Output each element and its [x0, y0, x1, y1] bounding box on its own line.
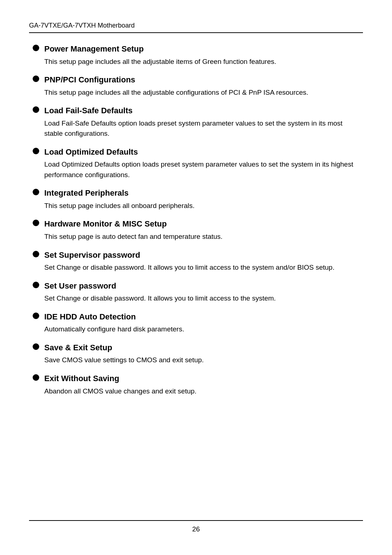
- menu-item-save-exit: Save & Exit SetupSave CMOS value setting…: [33, 343, 359, 367]
- item-title-set-supervisor: Set Supervisor password: [44, 250, 140, 261]
- item-header-pnp-pci: PNP/PCI Configurations: [33, 75, 359, 85]
- item-description-set-supervisor: Set Change or disable password. It allow…: [44, 262, 359, 273]
- item-header-set-supervisor: Set Supervisor password: [33, 250, 359, 261]
- item-description-set-user: Set Change or disable password. It allow…: [44, 293, 359, 304]
- bullet-icon-load-optimized: [33, 148, 39, 154]
- item-title-hardware-monitor: Hardware Monitor & MISC Setup: [44, 219, 167, 229]
- item-description-load-fail-safe: Load Fail-Safe Defaults option loads pre…: [44, 118, 359, 139]
- item-description-save-exit: Save CMOS value settings to CMOS and exi…: [44, 355, 359, 366]
- menu-item-hardware-monitor: Hardware Monitor & MISC SetupThis setup …: [33, 219, 359, 243]
- page-number: 26: [192, 525, 200, 533]
- item-header-save-exit: Save & Exit Setup: [33, 343, 359, 353]
- item-header-ide-hdd: IDE HDD Auto Detection: [33, 312, 359, 322]
- bullet-icon-pnp-pci: [33, 76, 39, 82]
- item-header-exit-without-saving: Exit Without Saving: [33, 374, 359, 384]
- item-title-integrated-peripherals: Integrated Peripherals: [44, 188, 128, 199]
- item-title-load-optimized: Load Optimized Defaults: [44, 147, 138, 158]
- bullet-icon-set-supervisor: [33, 251, 39, 257]
- item-description-pnp-pci: This setup page includes all the adjusta…: [44, 87, 359, 98]
- header-text: GA-7VTXE/GA-7VTXH Motherboard: [29, 22, 135, 29]
- item-description-integrated-peripherals: This setup page includes all onboard per…: [44, 201, 359, 211]
- bullet-icon-save-exit: [33, 343, 39, 350]
- item-header-set-user: Set User password: [33, 281, 359, 291]
- bullet-icon-ide-hdd: [33, 313, 39, 319]
- menu-item-set-user: Set User passwordSet Change or disable p…: [33, 281, 359, 305]
- item-header-load-fail-safe: Load Fail-Safe Defaults: [33, 106, 359, 116]
- page-container: GA-7VTXE/GA-7VTXH Motherboard Power Mana…: [0, 0, 392, 555]
- item-title-set-user: Set User password: [44, 281, 116, 291]
- menu-item-exit-without-saving: Exit Without SavingAbandon all CMOS valu…: [33, 374, 359, 398]
- item-header-load-optimized: Load Optimized Defaults: [33, 147, 359, 158]
- menu-item-load-fail-safe: Load Fail-Safe DefaultsLoad Fail-Safe De…: [33, 106, 359, 140]
- menu-item-set-supervisor: Set Supervisor passwordSet Change or dis…: [33, 250, 359, 274]
- menu-item-integrated-peripherals: Integrated PeripheralsThis setup page in…: [33, 188, 359, 212]
- item-title-power-management: Power Management Setup: [44, 44, 144, 54]
- bullet-icon-set-user: [33, 282, 39, 288]
- item-description-hardware-monitor: This setup page is auto detect fan and t…: [44, 232, 359, 242]
- footer-bar: 26: [29, 520, 363, 533]
- item-description-load-optimized: Load Optimized Defaults option loads pre…: [44, 159, 359, 180]
- item-title-ide-hdd: IDE HDD Auto Detection: [44, 312, 136, 322]
- menu-item-pnp-pci: PNP/PCI ConfigurationsThis setup page in…: [33, 75, 359, 99]
- menu-item-power-management: Power Management SetupThis setup page in…: [33, 44, 359, 68]
- item-header-hardware-monitor: Hardware Monitor & MISC Setup: [33, 219, 359, 229]
- bullet-icon-load-fail-safe: [33, 106, 39, 113]
- item-header-integrated-peripherals: Integrated Peripherals: [33, 188, 359, 199]
- item-description-power-management: This setup page includes all the adjusta…: [44, 57, 359, 67]
- bullet-icon-power-management: [33, 45, 39, 51]
- item-title-save-exit: Save & Exit Setup: [44, 343, 112, 353]
- menu-item-ide-hdd: IDE HDD Auto DetectionAutomatically conf…: [33, 312, 359, 336]
- header-bar: GA-7VTXE/GA-7VTXH Motherboard: [29, 22, 363, 33]
- item-title-load-fail-safe: Load Fail-Safe Defaults: [44, 106, 132, 116]
- content-area: Power Management SetupThis setup page in…: [29, 44, 363, 398]
- bullet-icon-integrated-peripherals: [33, 189, 39, 195]
- item-title-exit-without-saving: Exit Without Saving: [44, 374, 119, 384]
- bullet-icon-hardware-monitor: [33, 220, 39, 226]
- item-description-exit-without-saving: Abandon all CMOS value changes and exit …: [44, 386, 359, 397]
- menu-item-load-optimized: Load Optimized DefaultsLoad Optimized De…: [33, 147, 359, 182]
- item-header-power-management: Power Management Setup: [33, 44, 359, 54]
- item-description-ide-hdd: Automatically configure hard disk parame…: [44, 324, 359, 335]
- item-title-pnp-pci: PNP/PCI Configurations: [44, 75, 135, 85]
- bullet-icon-exit-without-saving: [33, 374, 39, 381]
